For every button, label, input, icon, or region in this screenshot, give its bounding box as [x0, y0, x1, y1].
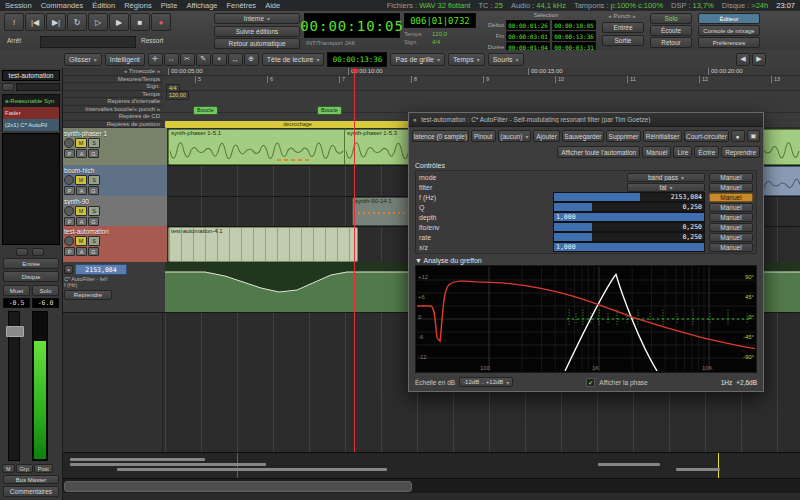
loop-button[interactable]: ↻	[67, 13, 87, 31]
pinout-button[interactable]: Pinout	[471, 130, 496, 142]
meter-mode-post[interactable]: Post	[34, 464, 53, 473]
monitor-icon[interactable]	[2, 83, 14, 91]
track-header-synth-phaser-1[interactable]: synth-phaser 1MSPAG	[62, 128, 167, 165]
mute-button[interactable]: Muet	[3, 285, 30, 296]
manuel-button[interactable]: Manuel	[642, 146, 671, 158]
control-slider[interactable]: 2153,084	[553, 192, 705, 202]
menu-piste[interactable]: Piste	[161, 1, 178, 10]
mute-button[interactable]: M	[75, 206, 87, 216]
lire-button[interactable]: Lire	[673, 146, 692, 158]
track-name[interactable]: boum-hich	[64, 167, 165, 174]
ruler-label-reperes-de-position[interactable]: Repères de position	[62, 121, 163, 129]
record-arm-button[interactable]	[64, 138, 74, 148]
goto-start-button[interactable]: |◀	[25, 13, 45, 31]
control-slider[interactable]: 0,250	[553, 222, 705, 232]
automation-button[interactable]: A	[76, 186, 87, 195]
selection-clock[interactable]: 00:00:13:36	[552, 31, 596, 41]
peak-display[interactable]: -6.0	[32, 298, 59, 308]
mute-button[interactable]: M	[75, 138, 87, 148]
afficher-toute-l-automation-button[interactable]: Afficher toute l'automation	[557, 146, 640, 158]
automation-button[interactable]: A	[76, 217, 87, 226]
menu-session[interactable]: Session	[5, 1, 32, 10]
meter-value[interactable]: 4/4	[432, 39, 440, 45]
menu-regions[interactable]: Régions	[124, 1, 152, 10]
grid-unit-dropdown[interactable]: Temps	[448, 53, 485, 66]
gain-fader[interactable]	[8, 311, 20, 461]
playlist-button[interactable]: P	[64, 186, 75, 195]
horizontal-scrollbar[interactable]	[62, 478, 800, 493]
group-button[interactable]: G	[88, 186, 99, 195]
auto-return-toggle[interactable]: Retour automatique	[214, 38, 300, 49]
menu-edition[interactable]: Édition	[92, 1, 115, 10]
phase-checkbox[interactable]: ✔	[586, 378, 595, 387]
ruler-label-reperes-d-intervalle[interactable]: Repères d'intervalle	[62, 98, 163, 106]
punch-in-button[interactable]: Entrée	[602, 22, 644, 33]
control-slider[interactable]: 0,250	[553, 232, 705, 242]
region-synth-phaser-1-5-1[interactable]: synth-phaser 1-5.1	[168, 129, 346, 165]
mixer-track-name[interactable]: test-automation	[2, 70, 60, 81]
shuttle-control[interactable]	[40, 36, 136, 48]
meter-mode-m[interactable]: M	[2, 464, 15, 473]
tempo-value[interactable]: 120,0	[432, 31, 447, 37]
solo-button[interactable]: S	[88, 175, 100, 185]
ecrire-button[interactable]: Écrire	[694, 146, 719, 158]
control-dropdown[interactable]: band pass	[627, 173, 705, 182]
supprimer-button[interactable]: Supprimer	[606, 130, 641, 142]
solo-button[interactable]: S	[88, 206, 100, 216]
play-selection-button[interactable]: ▷	[88, 13, 108, 31]
track-header-boum-hich[interactable]: boum-hichMSPAG	[62, 165, 167, 196]
automation-mode-button[interactable]: Manuel	[709, 193, 753, 202]
scroll-left-icon[interactable]: ◀	[736, 53, 750, 66]
primary-clock[interactable]: 00:00:10:05	[304, 13, 400, 38]
control-dropdown[interactable]: fat	[627, 183, 705, 192]
grid-dropdown[interactable]: Pas de grille	[390, 53, 445, 66]
ruler-label-mesures-temps[interactable]: Mesures/Temps	[62, 76, 163, 84]
edit-mode-dropdown[interactable]: Glisser	[64, 53, 102, 66]
tempo-marker[interactable]: 120,00	[166, 91, 189, 100]
control-slider[interactable]: 0,250	[553, 202, 705, 212]
bypass-led-icon[interactable]: ●	[731, 130, 744, 142]
playlist-button[interactable]: P	[64, 247, 75, 256]
automation-mode-button[interactable]: Manuel	[709, 243, 753, 252]
ruler-label-timecode[interactable]: « Timecode »	[62, 68, 163, 76]
control-slider[interactable]: 1,000	[553, 242, 705, 252]
solo-button[interactable]: S	[88, 138, 100, 148]
goto-end-button[interactable]: ▶|	[46, 13, 66, 31]
record-arm-button[interactable]	[64, 236, 74, 246]
record-button[interactable]: ●	[151, 13, 171, 31]
processor-a-reasonable-syn[interactable]: a-Reasonable Syn	[3, 95, 59, 107]
punch-clock[interactable]: 00:00:01:26	[506, 20, 550, 30]
playlist-button[interactable]: P	[64, 217, 75, 226]
midi-panic-button[interactable]: !	[4, 13, 24, 31]
menu-commandes[interactable]: Commandes	[41, 1, 84, 10]
track-header-test-automation[interactable]: test-automationMSPAG	[62, 226, 167, 262]
console-de-mixage-button[interactable]: Console de mixage	[698, 25, 760, 36]
automation-state-button[interactable]: Reprendre	[64, 290, 112, 300]
automation-button[interactable]: A	[76, 149, 87, 158]
fader-handle[interactable]	[6, 326, 24, 337]
ajouter-button[interactable]: Ajouter	[533, 130, 560, 142]
ecoute-button[interactable]: Écoute	[650, 25, 692, 36]
editeur-button[interactable]: Éditeur	[698, 13, 760, 24]
comments-button[interactable]: Commentaires	[3, 486, 59, 497]
menu-affichage[interactable]: Affichage	[186, 1, 217, 10]
playhead[interactable]	[354, 68, 355, 452]
menu-aide[interactable]: Aide	[265, 1, 280, 10]
aucun-button[interactable]: (aucun)	[498, 130, 532, 142]
metering-point-icon[interactable]	[16, 248, 28, 256]
loop-range-marker[interactable]: Boucle	[317, 106, 342, 115]
scroll-right-icon[interactable]: ▶	[752, 53, 766, 66]
close-icon[interactable]: ×	[64, 265, 73, 274]
smart-mode-toggle[interactable]: Intelligent	[105, 53, 145, 66]
automation-mode-button[interactable]: Manuel	[709, 173, 753, 182]
plugin-gui-icon[interactable]: ▣	[747, 130, 760, 142]
mute-button[interactable]: M	[75, 175, 87, 185]
sync-source-button[interactable]: Interne	[214, 13, 300, 24]
secondary-clock[interactable]: 006|01|0732	[404, 13, 476, 28]
automation-mode-button[interactable]: Manuel	[709, 223, 753, 232]
ruler-label-temps[interactable]: Temps	[62, 91, 163, 99]
zoom-mode-icon[interactable]: ⊕	[244, 53, 259, 66]
ruler-label-intervalles-boucle-punch[interactable]: Intervalles boucle/« punch »	[62, 106, 163, 114]
mute-button[interactable]: M	[75, 236, 87, 246]
automation-mode-button[interactable]: Manuel	[709, 213, 753, 222]
